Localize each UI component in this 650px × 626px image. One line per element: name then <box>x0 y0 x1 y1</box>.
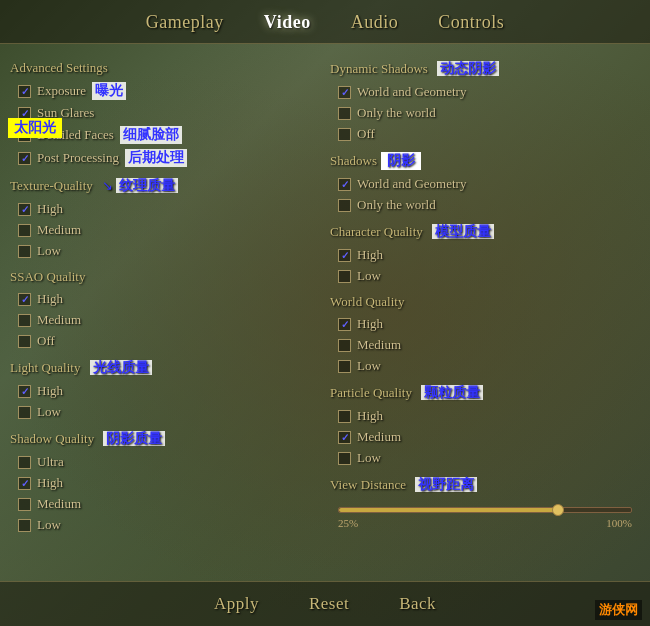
wq-high-checkbox[interactable] <box>338 318 351 331</box>
apply-button[interactable]: Apply <box>214 594 259 614</box>
ssao-high-row: High <box>10 290 320 308</box>
char-quality-header: Character Quality 模型质量 <box>330 223 640 241</box>
ssao-medium-checkbox[interactable] <box>18 314 31 327</box>
right-column: Dynamic Shadows 动态阴影 World and Geometry … <box>330 54 640 576</box>
cq-low-row: Low <box>330 267 640 285</box>
cq-low-checkbox[interactable] <box>338 270 351 283</box>
texture-low-checkbox[interactable] <box>18 245 31 258</box>
dynamic-shadows-cn: 动态阴影 <box>437 61 499 76</box>
slider-labels: 25% 100% <box>338 517 632 529</box>
sh-only-world-label: Only the world <box>357 197 436 213</box>
sh-world-geo-checkbox[interactable] <box>338 178 351 191</box>
exposure-checkbox[interactable] <box>18 85 31 98</box>
texture-medium-checkbox[interactable] <box>18 224 31 237</box>
ds-off-row: Off <box>330 125 640 143</box>
shadow-high-label: High <box>37 475 63 491</box>
pq-medium-checkbox[interactable] <box>338 431 351 444</box>
back-button[interactable]: Back <box>399 594 436 614</box>
wq-low-row: Low <box>330 357 640 375</box>
shadows-cn-container: 阴影 <box>381 152 421 170</box>
texture-quality-header: Texture-Quality ↘ 纹理质量 <box>10 177 320 195</box>
texture-high-checkbox[interactable] <box>18 203 31 216</box>
cq-high-checkbox[interactable] <box>338 249 351 262</box>
post-processing-label: Post Processing <box>37 150 119 166</box>
wq-medium-label: Medium <box>357 337 401 353</box>
post-processing-checkbox[interactable] <box>18 152 31 165</box>
pq-medium-row: Medium <box>330 428 640 446</box>
nav-video[interactable]: Video <box>264 12 311 33</box>
nav-audio[interactable]: Audio <box>351 12 399 33</box>
texture-high-label: High <box>37 201 63 217</box>
texture-low-row: Low <box>10 242 320 260</box>
shadow-low-label: Low <box>37 517 61 533</box>
ds-world-geo-row: World and Geometry <box>330 83 640 101</box>
sh-world-geo-row: World and Geometry <box>330 175 640 193</box>
reset-button[interactable]: Reset <box>309 594 349 614</box>
wq-medium-row: Medium <box>330 336 640 354</box>
texture-cn: 纹理质量 <box>116 178 178 193</box>
shadow-low-checkbox[interactable] <box>18 519 31 532</box>
ds-off-label: Off <box>357 126 375 142</box>
view-distance-header: View Distance 视野距离 <box>330 476 640 494</box>
texture-high-row: High <box>10 200 320 218</box>
pq-low-label: Low <box>357 450 381 466</box>
main-area: Advanced Settings Exposure 曝光 Sun Glares… <box>0 44 650 581</box>
ssao-high-label: High <box>37 291 63 307</box>
shadow-high-checkbox[interactable] <box>18 477 31 490</box>
pq-low-checkbox[interactable] <box>338 452 351 465</box>
sh-only-world-row: Only the world <box>330 196 640 214</box>
light-high-checkbox[interactable] <box>18 385 31 398</box>
wq-low-label: Low <box>357 358 381 374</box>
light-low-row: Low <box>10 403 320 421</box>
shadow-ultra-checkbox[interactable] <box>18 456 31 469</box>
shadow-ultra-row: Ultra <box>10 453 320 471</box>
cq-high-row: High <box>330 246 640 264</box>
ssao-off-checkbox[interactable] <box>18 335 31 348</box>
slider-min-label: 25% <box>338 517 358 529</box>
nav-controls[interactable]: Controls <box>438 12 504 33</box>
shadow-quality-cn: 阴影质量 <box>103 431 165 446</box>
detailed-faces-cn: 细腻脸部 <box>120 126 182 144</box>
wq-medium-checkbox[interactable] <box>338 339 351 352</box>
view-distance-slider-container: 25% 100% <box>330 499 640 533</box>
wq-high-row: High <box>330 315 640 333</box>
dynamic-shadows-header: Dynamic Shadows 动态阴影 <box>330 60 640 78</box>
particle-quality-header: Particle Quality 颗粒质量 <box>330 384 640 402</box>
sunlight-annotation: 太阳光 <box>8 118 62 138</box>
ssao-medium-label: Medium <box>37 312 81 328</box>
shadow-medium-checkbox[interactable] <box>18 498 31 511</box>
wq-low-checkbox[interactable] <box>338 360 351 373</box>
light-high-row: High <box>10 382 320 400</box>
sh-only-world-checkbox[interactable] <box>338 199 351 212</box>
light-quality-cn: 光线质量 <box>90 360 152 375</box>
exposure-cn: 曝光 <box>92 82 126 100</box>
light-low-checkbox[interactable] <box>18 406 31 419</box>
wq-high-label: High <box>357 316 383 332</box>
shadow-medium-row: Medium <box>10 495 320 513</box>
slider-thumb[interactable] <box>552 504 564 516</box>
advanced-settings-header: Advanced Settings <box>10 60 320 76</box>
pq-medium-label: Medium <box>357 429 401 445</box>
cq-high-label: High <box>357 247 383 263</box>
ssao-off-label: Off <box>37 333 55 349</box>
ds-only-world-checkbox[interactable] <box>338 107 351 120</box>
post-processing-cn: 后期处理 <box>125 149 187 167</box>
ssao-high-checkbox[interactable] <box>18 293 31 306</box>
nav-gameplay[interactable]: Gameplay <box>146 12 224 33</box>
ssao-medium-row: Medium <box>10 311 320 329</box>
ds-off-checkbox[interactable] <box>338 128 351 141</box>
ssao-header: SSAO Quality <box>10 269 320 285</box>
texture-medium-label: Medium <box>37 222 81 238</box>
shadows-cn: 阴影 <box>387 153 415 168</box>
texture-low-label: Low <box>37 243 61 259</box>
ds-world-geo-checkbox[interactable] <box>338 86 351 99</box>
pq-high-checkbox[interactable] <box>338 410 351 423</box>
shadow-high-row: High <box>10 474 320 492</box>
light-quality-header: Light Quality 光线质量 <box>10 359 320 377</box>
texture-medium-row: Medium <box>10 221 320 239</box>
light-low-label: Low <box>37 404 61 420</box>
slider-max-label: 100% <box>606 517 632 529</box>
ds-only-world-label: Only the world <box>357 105 436 121</box>
shadow-quality-header: Shadow Quality 阴影质量 <box>10 430 320 448</box>
ssao-off-row: Off <box>10 332 320 350</box>
